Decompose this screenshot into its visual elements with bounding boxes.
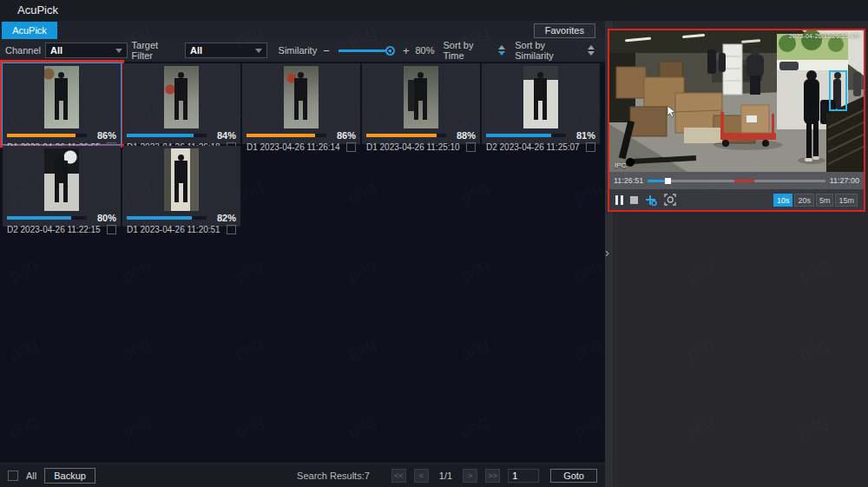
channel-dropdown[interactable]: All xyxy=(45,43,128,58)
similarity-bar xyxy=(127,216,207,220)
goto-button[interactable]: Goto xyxy=(550,469,597,483)
result-card[interactable]: 80% D2 2023-04-26 11:22:15 xyxy=(3,146,121,227)
person-thumbnail xyxy=(284,66,319,128)
similarity-bar xyxy=(7,134,87,137)
channel-label: Channel xyxy=(5,45,41,56)
similarity-value: 80% xyxy=(90,213,116,223)
next-page-button[interactable]: > xyxy=(463,469,477,483)
result-checkbox[interactable] xyxy=(346,142,356,152)
sort-by-similarity[interactable]: Sort by Similarity xyxy=(515,40,595,61)
tab-bar: AcuPick Favorites xyxy=(0,21,605,39)
speed-option-10s[interactable]: 10s xyxy=(773,194,793,207)
video-scene xyxy=(609,30,864,172)
similarity-bar xyxy=(247,134,326,137)
result-card[interactable]: 86% D1 2023-04-26 11:26:55 xyxy=(3,63,121,144)
prev-page-button[interactable]: < xyxy=(414,469,429,483)
osd-timestamp: 2023-04-26 11:26:55 AM xyxy=(789,33,859,39)
target-filter-label: Target Filter xyxy=(132,40,181,61)
result-card[interactable]: 81% D2 2023-04-26 11:25:07 xyxy=(482,63,600,144)
playback-timeline: 11:26:51 11:27:00 xyxy=(609,172,864,189)
timeline-handle[interactable] xyxy=(665,178,671,184)
similarity-minus-button[interactable]: − xyxy=(321,45,332,56)
similarity-value: 86% xyxy=(90,130,116,141)
sort-desc-icon[interactable] xyxy=(498,51,505,56)
channel-name-label: IPC xyxy=(615,161,626,169)
mouse-cursor xyxy=(667,105,676,118)
person-thumbnail xyxy=(404,66,438,128)
sort-by-time[interactable]: Sort by Time xyxy=(444,40,506,61)
similarity-bar xyxy=(127,134,207,137)
clip-start-time: 11:26:51 xyxy=(614,176,643,185)
similarity-bar xyxy=(7,216,87,220)
tag-crosshair-icon[interactable] xyxy=(645,194,657,206)
chevron-down-icon xyxy=(255,49,262,53)
similarity-percent: 80% xyxy=(416,45,435,56)
backup-button[interactable]: Backup xyxy=(44,468,95,484)
result-card[interactable]: 86% D1 2023-04-26 11:26:14 xyxy=(242,63,360,144)
person-thumbnail xyxy=(44,66,79,128)
similarity-slider-handle[interactable] xyxy=(385,46,395,56)
favorites-button[interactable]: Favorites xyxy=(534,23,595,38)
acupick-search-icon[interactable] xyxy=(664,194,677,206)
person-thumbnail xyxy=(164,66,199,128)
similarity-value: 82% xyxy=(210,213,236,223)
detection-box xyxy=(829,70,847,111)
person-thumbnail xyxy=(44,148,79,211)
playback-controls: 10s20s5m15m xyxy=(609,189,864,210)
video-player: 2023-04-26 11:26:55 AM IPC 11:26:51 11:2… xyxy=(608,29,865,212)
chevron-down-icon xyxy=(115,49,122,53)
person-thumbnail xyxy=(164,148,199,211)
similarity-slider[interactable] xyxy=(339,49,394,52)
select-all-label: All xyxy=(26,471,36,481)
result-checkbox[interactable] xyxy=(107,225,116,234)
page-indicator: 1/1 xyxy=(439,471,452,481)
speed-option-15m[interactable]: 15m xyxy=(835,194,858,207)
similarity-value: 81% xyxy=(569,130,595,141)
target-filter-dropdown[interactable]: All xyxy=(185,43,267,58)
channel-value: All xyxy=(50,45,62,56)
sort-desc-icon[interactable] xyxy=(588,51,595,56)
select-all-checkbox[interactable] xyxy=(8,471,18,481)
results-grid: 86% D1 2023-04-26 11:26:55 84% D1 2023-0… xyxy=(0,62,605,463)
result-timestamp: D2 2023-04-26 11:25:07 xyxy=(486,142,580,152)
person-thumbnail xyxy=(523,66,558,128)
timeline-track[interactable] xyxy=(648,180,825,182)
tab-acupick[interactable]: AcuPick xyxy=(2,22,57,39)
result-timestamp: D1 2023-04-26 11:20:51 xyxy=(127,225,220,234)
page-number-input[interactable] xyxy=(508,469,539,483)
speed-option-5m[interactable]: 5m xyxy=(816,194,834,207)
window-title: AcuPick xyxy=(0,0,868,21)
similarity-value: 86% xyxy=(330,130,356,141)
speed-options: 10s20s5m15m xyxy=(772,194,858,207)
last-page-button[interactable]: >> xyxy=(485,469,500,483)
filter-bar: Channel All Target Filter All Similarity… xyxy=(0,39,605,62)
speed-option-20s[interactable]: 20s xyxy=(794,194,814,207)
sort-asc-icon[interactable] xyxy=(498,45,505,49)
similarity-value: 88% xyxy=(450,130,476,141)
stop-icon[interactable] xyxy=(630,196,638,204)
pause-icon[interactable] xyxy=(615,195,623,205)
result-card[interactable]: 88% D1 2023-04-26 11:25:10 xyxy=(362,63,480,144)
target-filter-value: All xyxy=(190,45,202,56)
sort-asc-icon[interactable] xyxy=(588,45,595,49)
playback-panel: › xyxy=(605,21,868,487)
result-checkbox[interactable] xyxy=(586,142,595,152)
result-card[interactable]: 84% D1 2023-04-26 11:26:18 xyxy=(122,63,240,144)
similarity-plus-button[interactable]: + xyxy=(401,45,411,56)
first-page-button[interactable]: << xyxy=(391,469,406,483)
clip-end-time: 11:27:00 xyxy=(830,176,859,185)
similarity-bar xyxy=(486,134,566,137)
sort-by-similarity-label: Sort by Similarity xyxy=(515,40,584,61)
sort-by-time-label: Sort by Time xyxy=(444,40,496,61)
result-checkbox[interactable] xyxy=(227,225,236,234)
result-timestamp: D1 2023-04-26 11:26:14 xyxy=(247,142,340,152)
timeline-event-marker xyxy=(734,180,753,182)
result-card[interactable]: 82% D1 2023-04-26 11:20:51 xyxy=(122,146,240,227)
result-timestamp: D2 2023-04-26 11:22:15 xyxy=(7,225,101,234)
similarity-label: Similarity xyxy=(279,45,318,56)
video-frame[interactable]: 2023-04-26 11:26:55 AM IPC xyxy=(609,30,864,172)
bottom-bar: All Backup Search Results:7 << < 1/1 > >… xyxy=(0,463,605,487)
result-checkbox[interactable] xyxy=(466,142,476,152)
similarity-bar xyxy=(366,134,446,137)
search-results-pane: AcuPick Favorites Channel All Target Fil… xyxy=(0,21,605,487)
